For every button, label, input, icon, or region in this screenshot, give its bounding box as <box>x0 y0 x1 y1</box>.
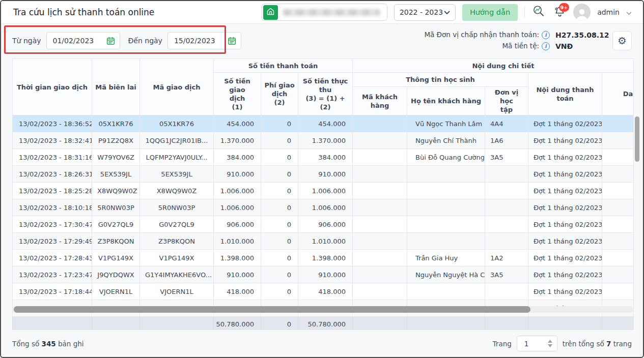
table-row[interactable]: 13/02/2023 - 18:36:5205X1KR7605X1KR76454… <box>13 115 634 132</box>
settings-button[interactable]: ⚙ <box>612 31 632 50</box>
col-header-txn[interactable]: Mã giao dịch <box>140 59 214 115</box>
cell-fee: 0 <box>261 233 298 250</box>
total-empty <box>485 317 528 331</box>
cell-extra <box>602 149 634 166</box>
col-header-extra[interactable]: Da <box>602 73 634 115</box>
avatar[interactable] <box>573 4 591 21</box>
table-row[interactable]: 13/02/2023 - 17:18:44VJOERN1LVJOERN1L418… <box>13 283 634 300</box>
col-header-fee[interactable]: Phí giao dịch (2) <box>261 73 298 115</box>
calendar-icon[interactable] <box>227 36 237 48</box>
pagination: Trang trên tổng số 7 trang <box>493 336 632 351</box>
cell-receipt: X8WQ9W0Z <box>92 183 140 199</box>
record-count-suffix: bản ghi <box>58 340 84 348</box>
cell-unit: 1A2 <box>485 250 528 266</box>
col-header-unit[interactable]: Đơn vị học tập <box>485 87 528 115</box>
horizontal-scrollbar-thumb[interactable] <box>14 306 530 313</box>
total-net: 50.780.000 <box>298 317 353 331</box>
cell-amount: 384.000 <box>214 149 261 166</box>
cell-fee: 0 <box>261 132 298 149</box>
page-stepper[interactable] <box>548 340 552 347</box>
cell-receipt: W79YOV6Z <box>92 149 140 166</box>
col-header-receipt[interactable]: Mã biên lai <box>92 59 140 115</box>
search-stats-button[interactable] <box>531 5 546 19</box>
col-header-content[interactable]: Nội dung thanh toán <box>528 73 602 115</box>
cell-customer_code <box>353 216 407 233</box>
table-row[interactable]: 13/02/2023 - 18:32:41P91Z2Q8X1QQG1JC2JR0… <box>13 132 634 149</box>
calendar-icon[interactable] <box>106 36 116 48</box>
merchant-code-label: Mã Đơn vị chấp nhận thanh toán: <box>424 29 539 40</box>
merchant-code-value: H27.35.08.12 <box>551 31 603 39</box>
transactions-table: Thời gian giao dịch Mã biên lai Mã giao … <box>12 58 634 330</box>
cell-time: 13/02/2023 - 18:32:41 <box>13 132 92 149</box>
info-icon[interactable]: i <box>542 42 550 50</box>
total-empty <box>528 317 602 331</box>
stepper-down-icon[interactable] <box>548 344 552 347</box>
cell-unit <box>485 233 528 250</box>
total-empty <box>353 317 407 331</box>
cell-time: 13/02/2023 - 18:10:18 <box>13 199 92 216</box>
chevron-down-icon[interactable] <box>626 8 632 17</box>
filter-bar: Từ ngày 01/02/2023 Đến ngày 15/02/2023 M… <box>1 24 643 57</box>
col-header-net[interactable]: Số tiền thực thu (3) = (1) + (2) <box>298 73 353 115</box>
top-bar: Tra cứu lịch sử thanh toán online 2022 -… <box>1 1 643 24</box>
cell-content: Đợt 1 tháng 02/2023 <box>528 233 602 250</box>
cell-net: 454.000 <box>298 115 353 132</box>
cell-customer_code <box>353 149 407 166</box>
to-date-input[interactable]: 15/02/2023 <box>167 32 241 49</box>
cell-extra <box>602 115 634 132</box>
cell-extra <box>602 132 634 149</box>
page-number-input[interactable] <box>517 339 538 348</box>
home-button[interactable] <box>263 5 278 20</box>
col-header-customer-code[interactable]: Mã khách hàng <box>353 87 407 115</box>
cell-unit: 3A5 <box>485 266 528 283</box>
col-header-customer-name[interactable]: Họ tên khách hàng <box>407 87 485 115</box>
notifications-button[interactable]: 9+ <box>552 5 567 19</box>
col-header-amount[interactable]: Số tiền giao dịch (1) <box>214 73 261 115</box>
cell-customer_name: Bùi Đỗ Quang Cường <box>407 149 485 166</box>
school-selector[interactable] <box>262 4 387 21</box>
cell-amount: 906.000 <box>214 216 261 233</box>
search-stats-icon <box>532 5 545 20</box>
cell-receipt: V1PG149X <box>92 250 140 266</box>
table-row[interactable]: 13/02/2023 - 18:31:16W79YOV6ZLQFMP2YAVJ0… <box>13 149 634 166</box>
table-row[interactable]: 13/02/2023 - 17:29:49Z3P8KQONZ3P8KQON1.0… <box>13 233 634 250</box>
cell-customer_code <box>353 132 407 149</box>
cell-amount: 1.398.000 <box>214 250 261 266</box>
cell-content: Đợt 1 tháng 02/2023 <box>528 266 602 283</box>
pages-prefix: trên tổng số <box>563 340 604 348</box>
table-row[interactable]: 13/02/2023 - 18:26:315EX539JL5EX539JL910… <box>13 166 634 183</box>
cell-amount: 1.006.000 <box>214 199 261 216</box>
table-row[interactable]: 13/02/2023 - 17:23:47J9QYDQWXG1Y4IMYAKHE… <box>13 266 634 283</box>
col-header-time[interactable]: Thời gian giao dịch <box>13 59 92 115</box>
school-year-dropdown[interactable]: 2022 - 2023 <box>394 4 456 21</box>
total-fee: 0 <box>261 317 298 331</box>
table-row[interactable]: 13/02/2023 - 17:30:47G0V27QL9G0V27QL9906… <box>13 216 634 233</box>
cell-extra <box>602 199 634 216</box>
table-row[interactable]: 13/02/2023 - 17:28:43V1PG149XV1PG149X1.3… <box>13 250 634 266</box>
table-row[interactable]: 13/02/2023 - 18:10:185R0NW03P5R0NW03P1.0… <box>13 199 634 216</box>
username-label[interactable]: admin <box>597 8 620 16</box>
cell-txn: VJOERN1L <box>140 283 214 300</box>
from-date-input[interactable]: 01/02/2023 <box>46 32 120 49</box>
record-count-prefix: Tổng số <box>12 340 39 348</box>
cell-content: Đợt 1 tháng 02/2023 <box>528 199 602 216</box>
school-name-redacted <box>283 9 380 16</box>
info-icon[interactable]: i <box>542 31 550 39</box>
to-date-label: Đến ngày <box>128 37 162 45</box>
school-year-value: 2022 - 2023 <box>400 8 443 16</box>
cell-unit <box>485 183 528 199</box>
stepper-up-icon[interactable] <box>548 340 552 343</box>
merchant-info-block: Mã Đơn vị chấp nhận thanh toán: i H27.35… <box>424 29 603 51</box>
cell-content: Đợt 1 tháng 02/2023 <box>528 250 602 266</box>
cell-extra <box>602 166 634 183</box>
table-row[interactable]: 13/02/2023 - 18:25:28X8WQ9W0ZX8WQ9W0Z1.0… <box>13 183 634 199</box>
cell-customer_code <box>353 166 407 183</box>
cell-time: 13/02/2023 - 18:36:52 <box>13 115 92 132</box>
guide-button[interactable]: Hướng dẫn <box>462 4 518 21</box>
cell-content: Đợt 1 tháng 02/2023 <box>528 115 602 132</box>
cell-time: 13/02/2023 - 18:25:28 <box>13 183 92 199</box>
vertical-scrollbar-thumb[interactable] <box>635 116 639 162</box>
cell-txn: LQFMP2YAVJ0ULY... <box>140 149 214 166</box>
cell-fee: 0 <box>261 216 298 233</box>
cell-unit: 4A4 <box>485 115 528 132</box>
